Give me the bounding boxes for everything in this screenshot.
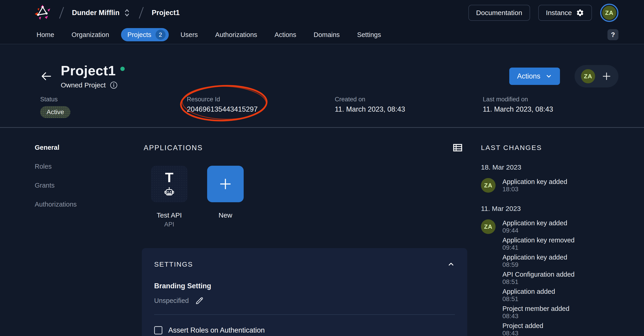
event-time: 09:41 (502, 244, 574, 251)
change-event: Application added 08:51 (502, 288, 644, 303)
documentation-label: Documentation (476, 9, 522, 17)
table-icon (453, 144, 462, 152)
application-tiles: T T (151, 166, 467, 228)
back-button[interactable] (40, 70, 52, 82)
arrow-left-icon (40, 70, 52, 82)
change-event: Project added 08:43 (502, 322, 644, 336)
unfold-more-icon (123, 8, 131, 17)
event-time: 08:59 (502, 261, 567, 269)
last-changes-panel: LAST CHANGES 18. Mar 2023 ZA Application… (467, 144, 644, 336)
event-title: Application key added (502, 178, 567, 186)
breadcrumb-separator (139, 7, 144, 19)
created-value: 11. March 2023, 08:43 (335, 105, 483, 113)
chevron-up-icon (447, 261, 455, 268)
assert-roles-row: Assert Roles on Authentication (154, 326, 455, 335)
robot-icon (164, 187, 174, 197)
assert-roles-checkbox[interactable] (154, 326, 162, 335)
plus-icon (218, 177, 233, 191)
change-event: Project member added 08:43 (502, 305, 644, 320)
app-tile-test-api[interactable]: T (151, 166, 188, 202)
event-title: Application added (502, 288, 555, 295)
user-menu-avatar[interactable]: ZA (600, 4, 618, 22)
instance-button[interactable]: Instance (538, 5, 592, 21)
project-subnav: General Roles Grants Authorizations (0, 144, 142, 336)
info-icon[interactable] (110, 81, 118, 89)
tab-label: Authorizations (215, 31, 257, 38)
documentation-button[interactable]: Documentation (468, 5, 530, 21)
tab-home[interactable]: Home (31, 28, 60, 41)
event-avatar: ZA (481, 178, 496, 193)
plus-icon (601, 71, 612, 82)
tab-domains[interactable]: Domains (308, 28, 345, 41)
tab-actions[interactable]: Actions (269, 28, 302, 41)
subnav-item-general[interactable]: General (35, 144, 142, 151)
tab-label: Users (181, 31, 198, 38)
app-initial: T (165, 171, 174, 184)
active-state-dot (120, 67, 125, 71)
help-button[interactable]: ? (608, 29, 618, 40)
gear-icon (576, 9, 584, 17)
event-title: Application key added (502, 254, 567, 261)
tab-organization[interactable]: Organization (66, 28, 114, 41)
new-application-tile[interactable] (207, 166, 244, 202)
meta-status: Status Active (40, 96, 187, 118)
event-title: Project added (502, 322, 543, 330)
project-members: ZA (574, 65, 618, 87)
zitadel-logo-icon[interactable] (34, 3, 51, 22)
settings-heading: SETTINGS (154, 261, 193, 268)
topbar: Dunder Mifflin Project1 Documentation In… (0, 0, 644, 25)
actions-dropdown-button[interactable]: Actions (509, 67, 560, 85)
org-name: Dunder Mifflin (72, 9, 120, 17)
event-avatar: ZA (481, 219, 496, 234)
table-view-button[interactable] (453, 144, 462, 152)
event-time: 08:43 (502, 313, 569, 320)
subnav-item-roles[interactable]: Roles (35, 163, 142, 170)
app-card-new: New (207, 166, 244, 228)
tab-label: Actions (274, 31, 296, 38)
app-type: API (164, 221, 174, 228)
tab-label: Home (36, 31, 54, 38)
tab-label: Settings (357, 31, 381, 38)
meta-modified: Last modified on 11. March 2023, 08:43 (483, 96, 618, 118)
change-event: Application key added 08:59 (502, 254, 644, 269)
top-navigation: Dunder Mifflin Project1 Documentation In… (0, 0, 644, 44)
event-time: 18:03 (502, 186, 567, 193)
center-column: APPLICATIONS T (142, 144, 467, 336)
event-title: API Configuration added (502, 271, 574, 278)
app-name: Test API (157, 211, 182, 219)
project-meta-row: Status Active Resource Id 20469613544341… (40, 96, 618, 118)
assert-roles-label[interactable]: Assert Roles on Authentication (168, 326, 265, 335)
tab-projects[interactable]: Projects 2 (121, 28, 169, 41)
project-titles: Project1 Owned Project (61, 63, 125, 89)
branding-setting-value: Unspecified (154, 297, 189, 305)
last-changes-heading: LAST CHANGES (481, 144, 644, 152)
subnav-item-authorizations[interactable]: Authorizations (35, 201, 142, 208)
applications-heading: APPLICATIONS (144, 144, 203, 152)
tab-authorizations[interactable]: Authorizations (210, 28, 262, 41)
page-title: Project1 (61, 63, 116, 78)
subnav-item-grants[interactable]: Grants (35, 182, 142, 189)
modified-value: 11. March 2023, 08:43 (483, 105, 618, 113)
main-content: General Roles Grants Authorizations APPL… (0, 128, 644, 330)
branding-setting-label: Branding Setting (154, 282, 455, 290)
pencil-icon (195, 296, 204, 305)
add-member-button[interactable] (601, 71, 612, 82)
settings-divider (154, 314, 455, 315)
change-event: ZA Application key added 09:44 (481, 219, 644, 234)
project-breadcrumb[interactable]: Project1 (152, 9, 180, 17)
collapse-settings-button[interactable] (447, 261, 455, 268)
meta-created: Created on 11. March 2023, 08:43 (335, 96, 483, 118)
org-selector[interactable]: Dunder Mifflin (72, 8, 131, 17)
changes-group: 11. Mar 2023 ZA Application key added 09… (481, 205, 644, 336)
edit-branding-button[interactable] (195, 296, 204, 305)
event-time: 09:44 (502, 227, 567, 234)
tab-users[interactable]: Users (175, 28, 204, 41)
project-title-row: Project1 Owned Project Actions (40, 63, 618, 89)
instance-label: Instance (546, 9, 572, 17)
tab-settings[interactable]: Settings (352, 28, 387, 41)
tab-label: Domains (314, 31, 340, 38)
change-event: API Configuration added 08:51 (502, 271, 644, 286)
member-avatar[interactable]: ZA (581, 69, 595, 83)
event-title: Application key added (502, 219, 567, 227)
avatar: ZA (602, 6, 616, 20)
